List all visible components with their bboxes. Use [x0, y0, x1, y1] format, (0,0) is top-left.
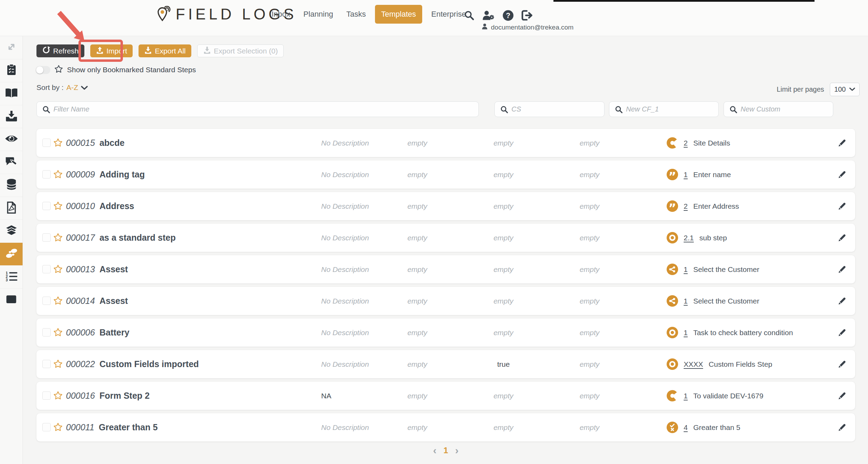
sidebar-item-eye[interactable]	[0, 128, 23, 151]
edit-button[interactable]	[837, 328, 847, 338]
step-number-link[interactable]: 1	[684, 171, 688, 179]
sidebar-item-database[interactable]	[0, 174, 23, 197]
svg-text:1: 1	[6, 271, 8, 275]
edit-button[interactable]	[837, 359, 847, 370]
export-selection-button[interactable]: Export Selection (0)	[197, 44, 284, 57]
sidebar-item-inbox-tray[interactable]	[0, 105, 23, 128]
edit-button[interactable]	[837, 170, 847, 180]
logout-icon[interactable]	[521, 10, 533, 20]
sidebar-item-layers[interactable]	[0, 219, 23, 242]
sort-dropdown[interactable]: Sort by : A-Z	[36, 83, 88, 92]
row-checkbox[interactable]	[42, 391, 51, 400]
step-name: Select the Customer	[693, 297, 759, 305]
template-title: 000011 Greater than 5	[66, 413, 158, 441]
filter-cf1-input[interactable]	[609, 102, 718, 117]
nav-tasks[interactable]: Tasks	[342, 5, 370, 24]
edit-button[interactable]	[837, 296, 847, 307]
nav-templates[interactable]: Templates	[375, 5, 422, 24]
step-number-link[interactable]: 4	[684, 423, 688, 432]
sidebar-item-expand[interactable]	[0, 36, 23, 59]
limit-value: 100	[834, 85, 846, 93]
sidebar-item-checklist[interactable]	[0, 59, 23, 82]
step-number-link[interactable]: XXXX	[684, 360, 703, 368]
row-checkbox[interactable]	[42, 360, 51, 368]
step-number-link[interactable]: 1	[684, 297, 688, 305]
download-icon	[144, 46, 152, 56]
filter-name-input[interactable]	[37, 102, 478, 117]
row-checkbox[interactable]	[42, 328, 51, 337]
cf1-value: true	[479, 350, 528, 378]
custom-value: empty	[565, 318, 614, 347]
bookmark-star-icon[interactable]	[53, 359, 63, 370]
step-number-link[interactable]: 2.1	[684, 234, 694, 242]
sidebar-item-steps[interactable]	[0, 242, 23, 265]
import-button[interactable]: Import	[90, 44, 133, 57]
pencil-icon	[837, 265, 847, 274]
row-checkbox[interactable]	[42, 297, 51, 305]
edit-button[interactable]	[837, 423, 847, 433]
step-number-link[interactable]: 2	[684, 139, 688, 147]
cs-value: empty	[393, 287, 442, 315]
filter-cs-input[interactable]	[495, 102, 604, 117]
export-all-button[interactable]: Export All	[139, 44, 191, 57]
cf1-value: empty	[479, 129, 528, 157]
bookmark-star-icon[interactable]	[53, 391, 63, 402]
prev-page-button[interactable]: ‹	[433, 445, 436, 456]
bookmark-toggle[interactable]	[36, 66, 50, 74]
edit-button[interactable]	[837, 391, 847, 401]
row-checkbox[interactable]	[42, 423, 51, 431]
search-icon[interactable]	[464, 10, 474, 20]
first-step: ” 1 Enter name	[667, 160, 731, 189]
bookmark-star-icon[interactable]	[53, 296, 63, 307]
first-step: 2.1 sub step	[667, 224, 727, 252]
edit-button[interactable]	[837, 201, 847, 212]
bookmark-star-icon[interactable]	[53, 169, 63, 181]
edit-button[interactable]	[837, 138, 847, 149]
sidebar-item-book[interactable]	[0, 82, 23, 105]
filter-custom-input[interactable]	[724, 102, 833, 117]
row-checkbox[interactable]	[42, 139, 51, 147]
current-page[interactable]: 1	[443, 446, 448, 455]
inbox-tray-icon	[5, 110, 18, 123]
row-checkbox[interactable]	[42, 170, 51, 179]
quote-step-icon: ”	[667, 169, 678, 180]
cf1-value: empty	[479, 318, 528, 347]
step-number-link[interactable]: 1	[684, 265, 688, 274]
sidebar-item-stop-square[interactable]	[0, 288, 23, 311]
user-settings-icon[interactable]	[482, 10, 495, 21]
bookmark-star-icon[interactable]	[53, 328, 63, 339]
help-icon[interactable]: ?	[502, 10, 514, 21]
bookmark-star-icon[interactable]	[53, 422, 63, 433]
nav-inbox[interactable]: Inbox	[267, 5, 294, 24]
bookmark-star-icon[interactable]	[53, 233, 63, 244]
pencil-icon	[837, 138, 847, 148]
bookmark-star-icon[interactable]	[53, 201, 63, 212]
export-selection-label: Export Selection (0)	[214, 47, 278, 55]
template-id: 000013	[66, 264, 95, 274]
bookmark-star-icon[interactable]	[53, 138, 63, 149]
edit-button[interactable]	[837, 265, 847, 275]
edit-button[interactable]	[837, 233, 847, 243]
sidebar-item-numbered-list[interactable]: 123	[0, 265, 23, 288]
step-name: Enter Address	[693, 202, 739, 210]
template-row: 000006 Battery No Description empty empt…	[36, 318, 855, 347]
pencil-icon	[837, 201, 847, 211]
step-number-link[interactable]: 2	[684, 202, 688, 210]
sidebar-item-pdf-file[interactable]	[0, 197, 23, 219]
step-number-link[interactable]: 1	[684, 392, 688, 400]
row-checkbox[interactable]	[42, 233, 51, 242]
sidebar-item-comment-edit[interactable]	[0, 151, 23, 174]
step-name: Greater than 5	[693, 423, 740, 432]
bookmark-star-icon[interactable]	[53, 264, 63, 275]
import-label: Import	[107, 47, 127, 55]
step-number-link[interactable]: 1	[684, 329, 688, 337]
first-step: 2 Site Details	[667, 129, 730, 157]
row-checkbox[interactable]	[42, 265, 51, 273]
row-checkbox[interactable]	[42, 202, 51, 210]
refresh-button[interactable]: Refresh	[36, 44, 84, 57]
next-page-button[interactable]: ›	[455, 445, 459, 456]
share-step-icon	[667, 295, 678, 307]
limit-select[interactable]: 100	[830, 83, 860, 96]
nav-planning[interactable]: Planning	[299, 5, 337, 24]
template-row: 000017 as a standard step No Description…	[36, 224, 855, 252]
